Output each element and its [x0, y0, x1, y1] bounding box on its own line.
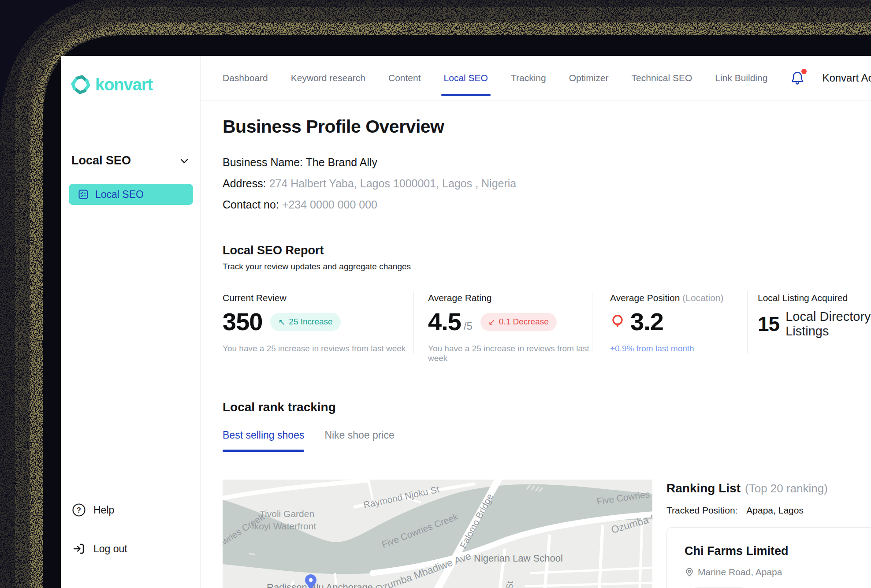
stat-value: 350 — [223, 309, 262, 334]
map-label: Nigerian Law School — [474, 553, 563, 564]
stat-current-review: Current Review 350 ↖ 25 Increase You hav… — [223, 291, 413, 354]
bottom-row: Tivoli Garden Ikoyi Waterfront Raymond N… — [223, 480, 871, 588]
ranking-card-chi-farms[interactable]: Chi Farms Limited Pos: Marine Road, Apap… — [666, 527, 871, 588]
brand-logo[interactable]: konvart — [71, 74, 153, 95]
nav-content[interactable]: Content — [388, 56, 421, 100]
map-pin-icon — [610, 313, 625, 330]
map-label: Radisson Blu Anchorage — [267, 582, 373, 588]
stats-row: Current Review 350 ↖ 25 Increase You hav… — [223, 291, 871, 354]
sidebar-item-label: Local SEO — [95, 189, 144, 201]
stat-local-listing: Local Listing Acquired 15 Local Director… — [747, 291, 871, 354]
brand-name: konvart — [95, 75, 153, 94]
top-navigation: Dashboard Keyword research Content Local… — [201, 56, 871, 100]
map-marker-icon[interactable] — [303, 573, 319, 588]
sidebar-section-local-seo[interactable]: Local SEO — [71, 154, 190, 167]
stat-average-rating: Average Rating 4.5 /5 ↙ 0.1 Decrease You… — [413, 291, 592, 354]
local-rank-tracking-title: Local rank tracking — [223, 400, 871, 414]
tab-best-selling-shoes[interactable]: Best selling shoes — [223, 429, 304, 451]
help-icon: ? — [71, 502, 86, 517]
logout-icon — [71, 541, 86, 556]
page-title: Business Profile Overview — [223, 116, 871, 137]
increase-badge: ↖ 25 Increase — [270, 313, 340, 331]
account-menu[interactable]: Konvart Account — [822, 72, 871, 84]
arrow-down-left-icon: ↙ — [488, 317, 495, 327]
stat-average-position: Average Position (Location) 3.2 +0.9% fr… — [592, 291, 747, 354]
arrow-up-left-icon: ↖ — [278, 317, 285, 327]
stat-note: +0.9% from last month — [610, 344, 747, 354]
location-pin-icon — [685, 567, 694, 577]
logout-label: Log out — [93, 543, 127, 555]
konvart-logo-icon — [71, 74, 91, 95]
report-subtitle: Track your review updates and aggregate … — [223, 262, 871, 272]
address-line: Address: 274 Halbert Yaba, Lagos 1000001… — [223, 177, 871, 190]
map[interactable]: Tivoli Garden Ikoyi Waterfront Raymond N… — [223, 480, 652, 588]
address-value: 274 Halbert Yaba, Lagos 1000001, Lagos ,… — [269, 177, 517, 190]
nav-right-group: Konvart Account — [790, 71, 871, 86]
stat-value: 15 — [758, 314, 779, 334]
stat-denominator: /5 — [464, 320, 473, 334]
help-label: Help — [93, 504, 114, 516]
tracked-position-value: Apapa, Lagos — [746, 505, 804, 515]
stat-value: 4.5 — [428, 309, 461, 334]
contact-line: Contact no: +234 0000 000 000 — [223, 198, 871, 211]
stat-note: You have a 25 increase in reviews from l… — [223, 344, 413, 354]
stat-label-main: Average Position — [610, 293, 680, 303]
checklist-icon — [78, 189, 89, 200]
nav-local-seo[interactable]: Local SEO — [444, 56, 488, 100]
nav-keyword-research[interactable]: Keyword research — [291, 56, 365, 100]
badge-text: 25 Increase — [289, 317, 332, 327]
nav-optimizer[interactable]: Optimizer — [569, 56, 609, 100]
stat-label: Current Review — [223, 293, 413, 303]
svg-text:?: ? — [77, 506, 81, 514]
app-window: konvart Local SEO Local SEO ? Help — [61, 56, 871, 588]
contact-value: +234 0000 000 000 — [282, 198, 377, 211]
logout-button[interactable]: Log out — [71, 541, 127, 556]
business-address: Marine Road, Apapa — [698, 567, 782, 577]
stat-label-paren: (Location) — [682, 293, 723, 303]
nav-tracking[interactable]: Tracking — [511, 56, 546, 100]
sidebar-section-label: Local SEO — [71, 154, 131, 167]
stat-label: Local Listing Acquired — [758, 293, 871, 303]
business-name-line: Business Name: The Brand Ally — [223, 156, 871, 169]
stat-note: You have a 25 increase in reviews from l… — [428, 344, 592, 363]
notifications-button[interactable] — [790, 71, 804, 86]
contact-label: Contact no: — [223, 198, 279, 211]
ranking-list-title: Ranking List — [666, 481, 741, 495]
sidebar: konvart Local SEO Local SEO ? Help — [61, 56, 201, 588]
badge-text: 0.1 Decrease — [499, 317, 549, 327]
chevron-down-icon — [179, 156, 190, 166]
address-label: Address: — [223, 177, 266, 190]
stat-value: 3.2 — [630, 309, 663, 334]
business-name-label: Business Name: — [223, 156, 303, 168]
nav-dashboard[interactable]: Dashboard — [223, 56, 268, 100]
stat-label: Average Position (Location) — [610, 293, 747, 303]
help-button[interactable]: ? Help — [71, 502, 114, 517]
ranking-panel: Ranking List (Top 20 ranking) Tracked Po… — [666, 480, 871, 588]
sidebar-item-local-seo[interactable]: Local SEO — [69, 184, 193, 205]
stat-unit-text: Local Directory Listings — [785, 309, 871, 339]
main-area: Dashboard Keyword research Content Local… — [201, 56, 871, 588]
tab-nike-shoe-price[interactable]: Nike shoe price — [324, 429, 395, 451]
notification-dot — [801, 69, 807, 74]
tracked-position-line: Tracked Position: Apapa, Lagos — [666, 505, 871, 516]
map-label: St — [504, 581, 515, 588]
tracked-position-label: Tracked Position: — [666, 505, 737, 515]
decrease-badge: ↙ 0.1 Decrease — [480, 313, 557, 331]
business-name-value: The Brand Ally — [306, 156, 378, 168]
rank-tracking-tabs: Best selling shoes Nike shoe price — [201, 429, 871, 451]
map-label: Tivoli Garden — [260, 509, 314, 519]
business-name: Chi Farms Limited — [685, 544, 789, 558]
stat-label: Average Rating — [428, 293, 592, 303]
page-content: Business Profile Overview Business Name:… — [201, 100, 871, 588]
nav-technical-seo[interactable]: Technical SEO — [632, 56, 692, 100]
ranking-list-subtitle: (Top 20 ranking) — [745, 482, 828, 495]
report-title: Local SEO Report — [223, 244, 871, 257]
nav-link-building[interactable]: Link Building — [715, 56, 767, 100]
